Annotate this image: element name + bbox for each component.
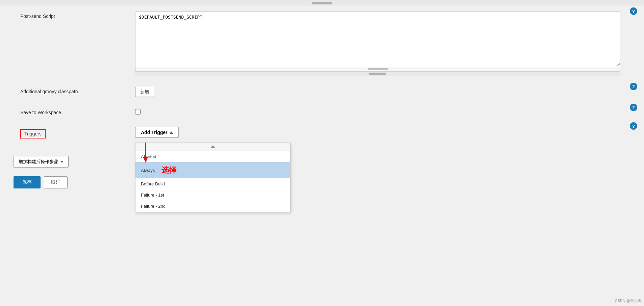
add-post-build-label: 增加构建后操作步骤: [19, 159, 58, 165]
triggers-row: Triggers Add Trigger: [0, 121, 644, 144]
xuan-ze-annotation: 选择: [162, 165, 176, 175]
groovy-classpath-row: Additional groovy classpath 新增 ?: [0, 81, 644, 102]
dropdown-item-failure-1st[interactable]: Failure - 1st: [135, 189, 290, 201]
postsend-script-row: Post-send Script $DEFAULT_POSTSEND_SCRIP…: [0, 6, 644, 81]
add-trigger-button[interactable]: Add Trigger: [135, 127, 179, 138]
postsend-help-icon[interactable]: ?: [630, 7, 637, 15]
save-to-workspace-label: Save to Workspace: [7, 108, 135, 115]
save-to-workspace-row: Save to Workspace ?: [0, 102, 644, 121]
trigger-dropdown: Aborted Always 选择 Before Build Failure -…: [135, 143, 291, 212]
add-post-build-button[interactable]: 增加构建后操作步骤: [14, 156, 69, 168]
dropdown-arrow-up-icon: [210, 145, 215, 148]
groovy-classpath-control: 新增: [135, 87, 637, 97]
triggers-control: Add Trigger Aborted: [135, 127, 637, 138]
add-trigger-button-label: Add Trigger: [141, 130, 168, 135]
save-workspace-help-icon[interactable]: ?: [630, 104, 637, 111]
textarea-vscroll: [135, 67, 620, 71]
dropdown-item-aborted[interactable]: Aborted: [135, 151, 290, 162]
postsend-script-label: Post-send Script: [7, 11, 135, 19]
cancel-button[interactable]: 取消: [44, 176, 68, 188]
page-wrapper: Post-send Script $DEFAULT_POSTSEND_SCRIP…: [0, 0, 644, 306]
bottom-save-area: 保存 取消: [0, 173, 644, 192]
red-arrow-annotation: [139, 141, 152, 164]
triggers-help-icon[interactable]: ?: [630, 122, 637, 130]
save-button[interactable]: 保存: [14, 176, 41, 188]
dropdown-arrow-row: [135, 143, 290, 151]
triggers-label: Triggers: [20, 129, 46, 138]
add-trigger-arrow-icon: [170, 131, 173, 134]
svg-marker-1: [143, 157, 148, 163]
textarea-vscroll-thumb: [368, 68, 388, 70]
top-scrollbar[interactable]: [0, 0, 644, 6]
postsend-script-textarea[interactable]: $DEFAULT_POSTSEND_SCRIPT: [135, 12, 620, 66]
add-post-build-caret-icon: [60, 161, 64, 163]
postsend-hscroll[interactable]: [135, 71, 620, 76]
form-area: Post-send Script $DEFAULT_POSTSEND_SCRIP…: [0, 0, 644, 199]
triggers-label-cell: Triggers: [7, 127, 135, 138]
csdn-watermark: CSDN @包小黑: [615, 298, 641, 303]
top-scrollbar-thumb: [312, 2, 332, 4]
postsend-hscroll-thumb: [369, 73, 386, 75]
save-to-workspace-control: [135, 108, 637, 116]
dropdown-items-container: Aborted Always 选择 Before Build Failure -…: [135, 151, 290, 212]
groovy-add-button[interactable]: 新增: [135, 87, 154, 97]
postsend-script-control: $DEFAULT_POSTSEND_SCRIPT: [135, 11, 637, 76]
post-build-row: 增加构建后操作步骤: [0, 151, 644, 173]
groovy-classpath-label: Additional groovy classpath: [7, 87, 135, 94]
postsend-script-textarea-container: $DEFAULT_POSTSEND_SCRIPT: [135, 11, 620, 71]
groovy-help-icon[interactable]: ?: [630, 83, 637, 90]
dropdown-item-failure-2nd[interactable]: Failure - 2nd: [135, 201, 290, 212]
dropdown-item-always[interactable]: Always 选择: [135, 162, 290, 178]
dropdown-item-before-build[interactable]: Before Build: [135, 178, 290, 189]
save-to-workspace-checkbox[interactable]: [135, 109, 141, 114]
dropdown-item-always-label: Always: [141, 168, 155, 173]
